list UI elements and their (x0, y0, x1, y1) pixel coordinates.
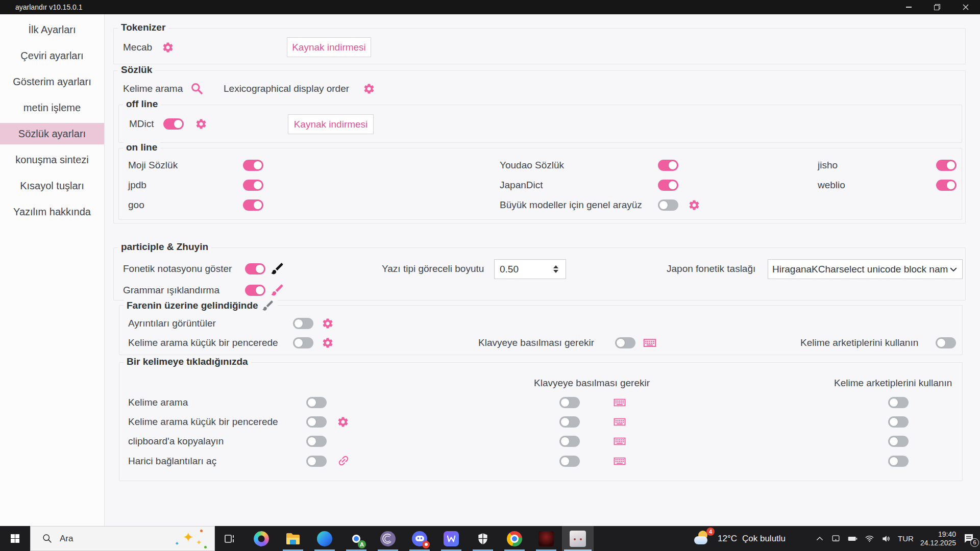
click-clipboard-toggle[interactable] (306, 436, 327, 447)
mdict-toggle[interactable] (163, 118, 184, 130)
windows-logo-icon (11, 534, 19, 543)
minimize-button[interactable] (894, 0, 923, 14)
sidebar-item-label: Yazılım hakkında (13, 206, 91, 218)
click-small-window-archetype-toggle[interactable] (888, 416, 909, 428)
offline-group: off line MDict Kaynak indirmesi (118, 105, 962, 143)
sidebar-item-kisayol-tuslari[interactable]: Kısayol tuşları (0, 175, 104, 196)
sidebar-item-sozluk-ayarlari[interactable]: Sözlük ayarları (0, 123, 104, 144)
hover-group: Farenin üzerine gelindiğinde Ayrıntıları… (119, 305, 963, 355)
restore-icon (934, 4, 940, 10)
jisho-toggle[interactable] (936, 160, 957, 171)
click-clipboard-archetype-toggle[interactable] (888, 436, 909, 447)
sidebar-item-ceviri-ayarlari[interactable]: Çeviri ayarları (0, 45, 104, 66)
tokenizer-gear-icon[interactable] (162, 41, 174, 54)
llm-interface-gear-icon[interactable] (688, 199, 700, 211)
display-order-label: Lexicographical display order (224, 83, 349, 94)
sidebar-item-yazilim-hakkinda[interactable]: Yazılım hakkında (0, 201, 104, 222)
bittorrent-app[interactable] (372, 526, 404, 551)
taskbar-clock[interactable]: 19:40 24.12.2025 (920, 530, 956, 547)
anime-reader-app[interactable] (562, 526, 594, 551)
notification-center-button[interactable]: 6 (963, 532, 976, 545)
tray-volume-icon[interactable] (881, 534, 891, 544)
hover-archetype-toggle[interactable] (936, 337, 956, 348)
goo-label: goo (128, 199, 144, 211)
offline-download-button[interactable]: Kaynak indirmesi (288, 114, 374, 134)
hover-brush-icon[interactable] (261, 299, 275, 312)
mdict-label: MDict (129, 118, 154, 130)
sidebar-item-ilk-ayarlari[interactable]: İlk Ayarları (0, 19, 104, 40)
show-details-label: Ayrıntıları görüntüler (128, 317, 216, 329)
phonetic-notation-label: Fonetik notasyonu göster (123, 263, 232, 274)
keyboard-icon (612, 434, 627, 448)
search-input[interactable] (59, 533, 142, 544)
llm-interface-toggle[interactable] (658, 199, 678, 211)
click-clipboard-keyboard-toggle[interactable] (559, 436, 580, 447)
grammar-brush-icon[interactable] (270, 283, 285, 297)
taskbar-weather[interactable]: 4 12°C Çok bulutlu (694, 526, 786, 551)
windows-security-app[interactable] (467, 526, 499, 551)
click-word-search-toggle[interactable] (306, 397, 327, 408)
display-order-gear-icon[interactable] (363, 83, 375, 95)
click-small-window-keyboard-toggle[interactable] (559, 416, 580, 428)
offline-group-title: off line (123, 98, 161, 110)
japandict-toggle[interactable] (658, 180, 678, 191)
chrome-profile-app[interactable]: A (340, 526, 372, 551)
tray-battery-icon[interactable] (847, 533, 858, 544)
taskbar-search[interactable]: ✦✦✦ (30, 526, 215, 551)
close-button[interactable] (951, 0, 980, 14)
language-indicator[interactable]: TUR (898, 534, 914, 543)
sidebar-item-konusma-sintezi[interactable]: konuşma sintezi (0, 149, 104, 170)
kana-draft-select[interactable]: HiraganaKCharselect unicode block name (768, 259, 963, 279)
edge-app[interactable] (309, 526, 340, 551)
font-size-spinner[interactable]: 0.50 (494, 259, 566, 279)
copilot-app[interactable] (246, 526, 277, 551)
click-external-links-toggle[interactable] (306, 456, 327, 467)
tray-cast-icon[interactable] (831, 534, 841, 543)
click-external-links-archetype-toggle[interactable] (888, 456, 909, 467)
hover-group-title: Farenin üzerine gelindiğinde (124, 299, 278, 312)
search-icon (42, 533, 53, 544)
chrome-profile-badge: A (358, 540, 366, 548)
goo-toggle[interactable] (243, 199, 263, 211)
youdao-toggle[interactable] (658, 160, 678, 171)
moji-sozluk-toggle[interactable] (243, 160, 263, 171)
tray-chevron-up-icon[interactable] (815, 534, 824, 543)
hover-archetype-label: Kelime arketiplerini kullanın (800, 337, 918, 348)
tray-wifi-icon[interactable] (865, 534, 874, 543)
keyboard-icon (612, 454, 627, 468)
jpdb-toggle[interactable] (243, 180, 263, 191)
search-small-window-gear-icon[interactable] (322, 337, 334, 349)
weblio-toggle[interactable] (936, 180, 957, 191)
discord-app[interactable] (404, 526, 435, 551)
phonetic-notation-toggle[interactable] (245, 263, 265, 274)
click-word-search-archetype-toggle[interactable] (888, 397, 909, 408)
click-small-window-gear-icon[interactable] (337, 416, 349, 428)
game-app[interactable] (530, 526, 562, 551)
bittorrent-icon (380, 531, 396, 546)
phonetic-brush-icon[interactable] (270, 261, 285, 276)
file-explorer-app[interactable] (277, 526, 309, 551)
show-details-toggle[interactable] (293, 318, 313, 329)
click-word-search-keyboard-toggle[interactable] (559, 397, 580, 408)
tokenizer-download-button[interactable]: Kaynak indirmesi (287, 37, 371, 57)
start-button[interactable] (0, 526, 30, 551)
tokenizer-group-title: Tokenizer (118, 22, 168, 33)
jpdb-label: jpdb (128, 179, 146, 191)
click-small-window-toggle[interactable] (306, 416, 327, 428)
search-small-window-toggle[interactable] (293, 337, 313, 348)
sidebar-item-metin-isleme[interactable]: metin işleme (0, 97, 104, 118)
spinner-arrows-icon[interactable] (553, 265, 558, 273)
wattpad-app[interactable] (435, 526, 467, 551)
hover-keyboard-toggle[interactable] (615, 337, 635, 348)
click-external-links-keyboard-toggle[interactable] (559, 456, 580, 467)
mdict-gear-icon[interactable] (195, 118, 207, 130)
restore-button[interactable] (923, 0, 951, 14)
word-search-icon[interactable] (190, 82, 204, 95)
chrome-app[interactable] (499, 526, 530, 551)
external-link-icon[interactable] (337, 454, 350, 467)
hover-group-title-text: Farenin üzerine gelindiğinde (127, 300, 258, 311)
grammar-highlight-toggle[interactable] (245, 285, 265, 296)
sidebar-item-gosterim-ayarlari[interactable]: Gösterim ayarları (0, 71, 104, 92)
task-view-button[interactable] (214, 526, 246, 551)
show-details-gear-icon[interactable] (322, 317, 334, 330)
